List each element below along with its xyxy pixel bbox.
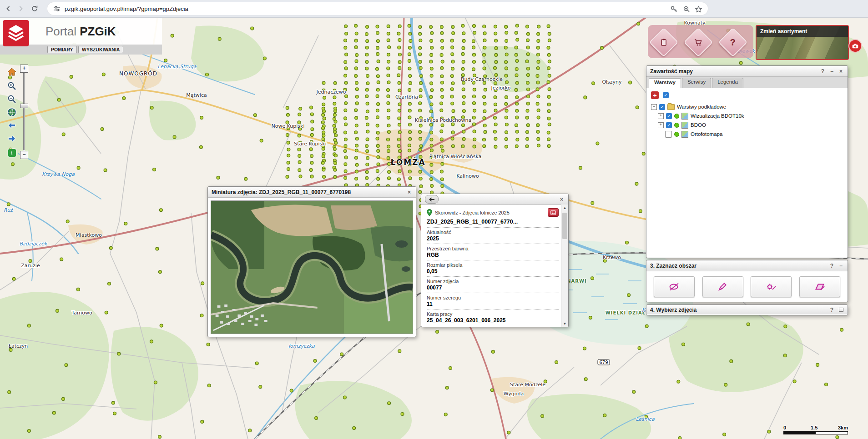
photo-center-dot[interactable] xyxy=(333,81,337,85)
previous-view-button[interactable] xyxy=(6,120,17,131)
photo-center-dot[interactable] xyxy=(322,138,325,141)
photo-center-dot[interactable] xyxy=(355,156,358,160)
photo-center-dot[interactable] xyxy=(430,103,433,106)
photo-center-dot[interactable] xyxy=(164,59,167,62)
photo-center-dot[interactable] xyxy=(355,137,358,140)
photo-center-dot[interactable] xyxy=(629,81,632,84)
feature-info-titlebar[interactable]: × xyxy=(421,194,568,205)
layer-checkbox[interactable]: ✓ xyxy=(666,122,672,128)
photo-center-dot[interactable] xyxy=(473,145,476,148)
photo-center-dot[interactable] xyxy=(840,328,843,331)
photo-center-dot[interactable] xyxy=(117,352,121,355)
photo-center-dot[interactable] xyxy=(298,134,301,137)
photo-center-dot[interactable] xyxy=(537,144,540,147)
photo-center-dot[interactable] xyxy=(334,141,338,145)
photo-center-dot[interactable] xyxy=(244,177,247,180)
photo-center-dot[interactable] xyxy=(173,135,176,139)
photo-center-dot[interactable] xyxy=(473,74,476,77)
photo-center-dot[interactable] xyxy=(419,82,423,85)
photo-center-dot[interactable] xyxy=(344,46,347,50)
collapse-icon[interactable]: − xyxy=(651,104,657,110)
photo-center-dot[interactable] xyxy=(398,156,401,159)
photo-center-dot[interactable] xyxy=(315,417,318,420)
photo-center-dot[interactable] xyxy=(62,398,65,401)
photo-center-dot[interactable] xyxy=(473,123,476,126)
globe-full-extent-button[interactable] xyxy=(6,107,17,118)
photo-center-dot[interactable] xyxy=(113,412,116,415)
photo-center-dot[interactable] xyxy=(505,25,508,29)
photo-center-dot[interactable] xyxy=(408,24,411,27)
photo-center-dot[interactable] xyxy=(537,109,540,112)
photo-center-dot[interactable] xyxy=(419,185,423,188)
photo-center-dot[interactable] xyxy=(645,324,648,328)
photo-center-dot[interactable] xyxy=(353,427,356,430)
photo-center-dot[interactable] xyxy=(251,27,254,30)
photo-center-dot[interactable] xyxy=(366,40,369,43)
photo-center-dot[interactable] xyxy=(429,117,433,120)
photo-center-dot[interactable] xyxy=(344,156,348,159)
help-icon[interactable]: ? xyxy=(829,263,835,269)
photo-center-dot[interactable] xyxy=(537,138,540,141)
photo-center-dot[interactable] xyxy=(547,110,550,113)
photo-center-dot[interactable] xyxy=(505,81,509,84)
zoom-in-button[interactable] xyxy=(6,80,17,91)
photo-center-dot[interactable] xyxy=(483,53,486,56)
photo-center-dot[interactable] xyxy=(290,389,293,392)
menu-wyszukiwania[interactable]: WYSZUKIWANIA xyxy=(78,46,123,53)
photo-center-dot[interactable] xyxy=(505,123,509,126)
url-text[interactable]: pzgik.geoportal.gov.pl/imap/?gpmap=gpZdj… xyxy=(65,5,188,12)
photo-center-dot[interactable] xyxy=(419,124,422,127)
close-icon[interactable]: × xyxy=(559,196,565,203)
photo-center-dot[interactable] xyxy=(495,47,498,50)
photo-center-dot[interactable] xyxy=(365,53,368,56)
photo-center-dot[interactable] xyxy=(365,145,368,148)
photo-center-dot[interactable] xyxy=(377,40,380,43)
photo-center-dot[interactable] xyxy=(784,325,787,328)
photo-center-dot[interactable] xyxy=(526,25,529,28)
photo-center-dot[interactable] xyxy=(462,40,465,43)
photo-center-dot[interactable] xyxy=(355,95,358,98)
photo-center-dot[interactable] xyxy=(387,25,390,28)
photo-center-dot[interactable] xyxy=(430,54,433,57)
photo-center-dot[interactable] xyxy=(333,96,336,99)
photo-center-dot[interactable] xyxy=(504,46,507,49)
photo-center-dot[interactable] xyxy=(334,154,338,157)
photo-center-dot[interactable] xyxy=(409,75,412,78)
photo-center-dot[interactable] xyxy=(12,277,15,280)
photo-center-dot[interactable] xyxy=(355,54,358,57)
photo-center-dot[interactable] xyxy=(397,162,400,165)
photo-center-dot[interactable] xyxy=(461,74,464,77)
photo-center-dot[interactable] xyxy=(387,102,390,105)
photo-center-dot[interactable] xyxy=(376,53,379,56)
photo-center-dot[interactable] xyxy=(376,95,379,98)
photo-center-dot[interactable] xyxy=(451,25,454,29)
photo-center-dot[interactable] xyxy=(365,176,368,180)
photo-center-dot[interactable] xyxy=(441,185,444,188)
photo-center-dot[interactable] xyxy=(398,131,401,134)
photo-center-dot[interactable] xyxy=(60,258,63,261)
photo-center-dot[interactable] xyxy=(445,386,449,389)
photo-center-dot[interactable] xyxy=(344,67,348,70)
photo-center-dot[interactable] xyxy=(473,88,476,91)
photo-center-dot[interactable] xyxy=(430,138,433,141)
photo-center-dot[interactable] xyxy=(388,46,391,49)
photo-center-dot[interactable] xyxy=(376,145,379,148)
photo-center-dot[interactable] xyxy=(365,88,368,91)
photo-center-dot[interactable] xyxy=(365,33,368,36)
photo-center-dot[interactable] xyxy=(419,39,422,42)
photo-center-dot[interactable] xyxy=(310,175,313,178)
assortment-camera-button[interactable] xyxy=(848,39,862,53)
draw-settings-button[interactable] xyxy=(751,276,792,297)
photo-center-dot[interactable] xyxy=(398,170,401,173)
photo-center-dot[interactable] xyxy=(429,60,433,63)
photo-center-dot[interactable] xyxy=(494,109,497,112)
photo-center-dot[interactable] xyxy=(450,39,454,42)
draw-polygon-button[interactable] xyxy=(702,276,743,297)
photo-center-dot[interactable] xyxy=(322,134,325,137)
photo-center-dot[interactable] xyxy=(430,82,433,85)
photo-center-dot[interactable] xyxy=(321,121,324,124)
photo-center-dot[interactable] xyxy=(450,75,454,78)
photo-center-dot[interactable] xyxy=(365,46,368,49)
photo-center-dot[interactable] xyxy=(333,102,336,105)
photo-center-dot[interactable] xyxy=(440,31,444,35)
